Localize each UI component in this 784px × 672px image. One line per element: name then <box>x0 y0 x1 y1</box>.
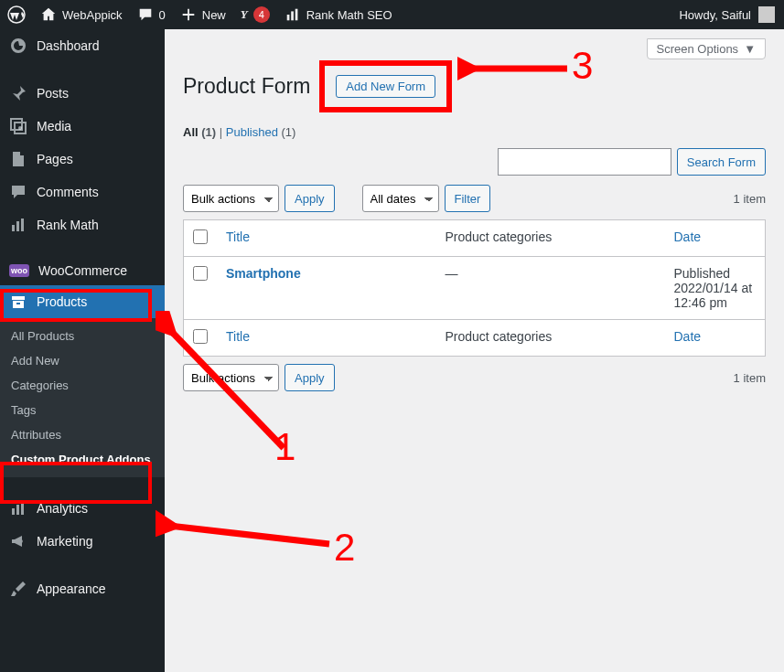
submenu-add-new[interactable]: Add New <box>0 348 165 373</box>
row-title-link[interactable]: Smartphone <box>226 266 301 281</box>
row-checkbox[interactable] <box>193 266 208 281</box>
search-input[interactable] <box>498 148 671 176</box>
menu-label: Posts <box>37 86 69 101</box>
menu-analytics[interactable]: Analytics <box>0 492 165 525</box>
submenu-tags[interactable]: Tags <box>0 398 165 422</box>
comments-count: 0 <box>159 8 166 22</box>
menu-posts[interactable]: Posts <box>0 77 165 110</box>
products-submenu: All Products Add New Categories Tags Att… <box>0 318 165 477</box>
brush-icon <box>9 580 27 598</box>
bulk-actions-select[interactable]: Bulk actions <box>183 185 279 212</box>
svg-rect-2 <box>291 11 294 20</box>
row-date: Published 2022/01/14 at 12:46 pm <box>665 257 766 320</box>
col-date-foot[interactable]: Date <box>665 320 766 357</box>
new-link[interactable]: New <box>173 0 233 29</box>
admin-bar-left: WebAppick 0 New Y 4 Rank Math SEO <box>0 0 679 29</box>
menu-label: Appearance <box>37 581 106 596</box>
site-name: WebAppick <box>62 8 123 22</box>
page-title: Product Form <box>183 74 310 99</box>
menu-rankmath[interactable]: Rank Math <box>0 208 165 241</box>
menu-label: Media <box>37 119 71 133</box>
woo-icon: woo <box>9 264 29 277</box>
yoast-badge: 4 <box>253 6 270 23</box>
avatar <box>758 6 775 23</box>
bulk-actions-select-bottom[interactable]: Bulk actions <box>183 364 279 391</box>
annotation-label-2: 2 <box>334 526 355 570</box>
filter-button[interactable]: Filter <box>445 185 491 212</box>
svg-rect-1 <box>286 15 289 20</box>
menu-label: Pages <box>37 152 73 166</box>
rankmath-link[interactable]: Rank Math SEO <box>277 0 400 29</box>
greeting: Howdy, Saiful <box>679 8 751 22</box>
dashboard-icon <box>9 37 27 55</box>
comment-icon <box>137 6 154 23</box>
svg-rect-6 <box>16 221 19 231</box>
table-row: Smartphone — Published 2022/01/14 at 12:… <box>184 257 766 320</box>
menu-pages[interactable]: Pages <box>0 143 165 176</box>
apply-button-bottom[interactable]: Apply <box>285 364 335 391</box>
menu-appearance[interactable]: Appearance <box>0 572 165 605</box>
comment-icon <box>9 183 27 201</box>
select-all-top[interactable] <box>193 229 208 244</box>
status-filters: All (1) | Published (1) <box>183 125 766 139</box>
site-link[interactable]: WebAppick <box>33 0 130 29</box>
archive-icon <box>9 293 27 311</box>
menu-label: Comments <box>37 185 99 199</box>
svg-rect-3 <box>295 9 297 21</box>
col-title-foot[interactable]: Title <box>217 320 436 357</box>
annotation-label-1: 1 <box>274 425 295 469</box>
submenu-all-products[interactable]: All Products <box>0 324 165 348</box>
comments-link[interactable]: 0 <box>130 0 173 29</box>
svg-rect-11 <box>12 508 15 515</box>
admin-bar-right[interactable]: Howdy, Saiful <box>679 6 784 23</box>
menu-label: Analytics <box>37 501 88 516</box>
search-row: Search Form <box>183 148 766 176</box>
item-count-bottom: 1 item <box>734 371 766 385</box>
svg-rect-13 <box>21 502 24 515</box>
submenu-custom-product-addons[interactable]: Custom Product Addons <box>0 447 165 472</box>
analytics-icon <box>9 499 27 517</box>
select-all-bottom[interactable] <box>193 329 208 344</box>
home-icon <box>40 6 57 23</box>
menu-products[interactable]: Products <box>0 285 165 318</box>
submenu-attributes[interactable]: Attributes <box>0 422 165 447</box>
new-label: New <box>202 8 226 22</box>
submenu-categories[interactable]: Categories <box>0 373 165 398</box>
menu-media[interactable]: Media <box>0 110 165 143</box>
menu-woocommerce[interactable]: woo WooCommerce <box>0 256 165 285</box>
menu-comments[interactable]: Comments <box>0 176 165 208</box>
rankmath-label: Rank Math SEO <box>306 8 392 22</box>
wordpress-logo[interactable] <box>0 0 33 29</box>
apply-button-top[interactable]: Apply <box>285 185 335 212</box>
plus-icon <box>180 6 197 23</box>
tablenav-top: Bulk actions Apply All dates Filter 1 it… <box>183 185 766 212</box>
add-new-form-button[interactable]: Add New Form <box>336 75 435 98</box>
admin-bar: WebAppick 0 New Y 4 Rank Math SEO Howdy,… <box>0 0 784 29</box>
heading-row: Product Form Add New Form <box>183 60 766 112</box>
yoast-icon: Y <box>241 7 248 22</box>
svg-rect-8 <box>12 296 25 300</box>
svg-rect-12 <box>16 505 19 515</box>
annotation-label-3: 3 <box>572 44 593 88</box>
chart-icon <box>285 6 301 23</box>
yoast-link[interactable]: Y 4 <box>233 0 277 29</box>
annotation-highlight-3: Add New Form <box>319 60 452 112</box>
page-icon <box>9 150 27 168</box>
search-button[interactable]: Search Form <box>677 148 766 176</box>
date-filter-select[interactable]: All dates <box>362 185 439 212</box>
filter-published[interactable]: Published (1) <box>226 125 296 139</box>
menu-marketing[interactable]: Marketing <box>0 525 165 558</box>
menu-label: Rank Math <box>37 218 99 232</box>
screen-options-toggle[interactable]: Screen Options ▼ <box>647 38 766 59</box>
item-count-top: 1 item <box>734 192 766 206</box>
filter-all[interactable]: All (1) <box>183 125 216 139</box>
menu-dashboard[interactable]: Dashboard <box>0 29 165 62</box>
svg-rect-7 <box>21 219 24 231</box>
col-categories: Product categories <box>436 220 665 257</box>
admin-sidebar: Dashboard Posts Media Pages Comments Ran… <box>0 29 165 672</box>
col-categories-foot: Product categories <box>436 320 665 357</box>
col-date[interactable]: Date <box>665 220 766 257</box>
svg-rect-5 <box>12 225 15 231</box>
col-title[interactable]: Title <box>217 220 436 257</box>
megaphone-icon <box>9 532 27 550</box>
